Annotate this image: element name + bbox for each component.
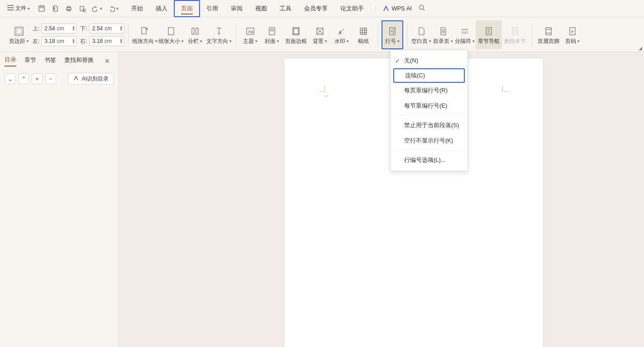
menu-right: | WPS AI bbox=[375, 4, 425, 13]
group-line-number: 1 行号▾ bbox=[378, 19, 407, 51]
tab-start[interactable]: 开始 bbox=[125, 0, 149, 17]
ai-toc-button[interactable]: AI识别目录 bbox=[68, 73, 114, 85]
group-paper: 纸张方向▾ 纸张大小▾ 分栏▾ 文字方向▾ bbox=[128, 19, 236, 51]
line-number-continuous[interactable]: 连续(C) bbox=[393, 68, 465, 83]
side-close-icon[interactable]: ✕ bbox=[105, 57, 110, 65]
group-theme: Aa 主题▾ 封面▾ 页面边框 背景▾ A 水印▾ 稿纸 bbox=[236, 19, 378, 51]
print-preview-icon[interactable] bbox=[79, 5, 86, 12]
margin-right-input[interactable]: 3.18cm ▲▼ bbox=[89, 36, 124, 46]
line-number-icon: 1 bbox=[387, 25, 397, 38]
margin-left-input[interactable]: 3.18cm ▲▼ bbox=[41, 36, 76, 46]
export-icon[interactable] bbox=[52, 5, 59, 12]
side-tabs: 目录 章节 书签 查找和替换 ✕ bbox=[5, 56, 114, 67]
hamburger-icon bbox=[7, 5, 14, 12]
ai-icon bbox=[73, 75, 79, 83]
side-tab-find[interactable]: 查找和替换 bbox=[64, 56, 94, 66]
header-footer-icon bbox=[544, 25, 553, 38]
save-icon[interactable] bbox=[38, 5, 45, 12]
margin-guide-tr bbox=[502, 86, 509, 92]
watermark-button[interactable]: A 水印▾ bbox=[331, 20, 353, 49]
cursor-mark: ↵ bbox=[325, 94, 329, 99]
svg-point-7 bbox=[83, 9, 86, 12]
redo-button[interactable]: ▾ bbox=[109, 5, 119, 12]
ribbon-collapse-icon[interactable]: ◢ bbox=[639, 46, 642, 51]
page-border-button[interactable]: 页面边框 bbox=[283, 20, 309, 49]
tab-member[interactable]: 会员专享 bbox=[298, 0, 334, 17]
svg-rect-17 bbox=[294, 29, 298, 34]
blank-page-icon bbox=[416, 25, 426, 38]
margin-top-input[interactable]: 2.54cm ▲▼ bbox=[41, 24, 76, 33]
page-number-icon: # bbox=[568, 25, 577, 38]
page-number-button[interactable]: # 页码▾ bbox=[562, 20, 583, 49]
quick-access-toolbar: ▾ ▾ bbox=[38, 5, 119, 12]
line-number-restart-section[interactable]: 每节重编行号(E) bbox=[391, 98, 467, 114]
svg-rect-0 bbox=[39, 6, 44, 11]
paper-size-button[interactable]: 纸张大小▾ bbox=[158, 20, 184, 49]
line-number-none[interactable]: 无(N) bbox=[391, 53, 467, 68]
wps-ai-button[interactable]: WPS AI bbox=[382, 5, 412, 12]
columns-button[interactable]: 分栏▾ bbox=[184, 20, 206, 49]
section-nav-button[interactable]: 章节导航 bbox=[476, 20, 502, 49]
theme-icon: Aa bbox=[245, 25, 255, 38]
text-direction-button[interactable]: 文字方向▾ bbox=[206, 20, 232, 49]
tab-review[interactable]: 审阅 bbox=[224, 0, 249, 17]
ribbon: 页边距▾ 上: 2.54cm ▲▼ 下: 2.54cm ▲▼ 左: 3. bbox=[0, 17, 644, 52]
margins-button[interactable]: 页边距▾ bbox=[8, 20, 30, 49]
blank-page-button[interactable]: 空白页▾ bbox=[410, 20, 432, 49]
document-area[interactable]: ↵ bbox=[119, 52, 644, 347]
group-margins: 页边距▾ 上: 2.54cm ▲▼ 下: 2.54cm ▲▼ 左: 3. bbox=[5, 19, 128, 51]
header-footer-button[interactable]: 页眉页脚 bbox=[535, 20, 562, 49]
separator-button[interactable]: 分隔符▾ bbox=[454, 20, 476, 49]
side-tab-chapter[interactable]: 章节 bbox=[24, 56, 36, 66]
tab-page[interactable]: 页面 bbox=[174, 0, 200, 17]
toc-page-button[interactable]: 目录页▾ bbox=[432, 20, 454, 49]
undo-button[interactable]: ▾ bbox=[92, 5, 102, 12]
svg-rect-12 bbox=[168, 28, 174, 35]
margin-bottom-label: 下: bbox=[80, 25, 87, 33]
manuscript-icon bbox=[358, 25, 368, 38]
side-tools: ⌄ ⌃ + − AI识别目录 bbox=[5, 73, 114, 85]
tab-tools[interactable]: 工具 bbox=[273, 0, 298, 17]
chevron-down-icon: ▾ bbox=[28, 6, 30, 11]
tab-thesis[interactable]: 论文助手 bbox=[334, 0, 370, 17]
line-number-options[interactable]: 行编号选项(L)... bbox=[391, 152, 467, 168]
print-icon[interactable] bbox=[65, 5, 72, 12]
file-menu-button[interactable]: 文件 ▾ bbox=[4, 3, 33, 14]
ribbon-tabs: 开始 插入 页面 引用 审阅 视图 工具 会员专享 论文助手 bbox=[125, 0, 370, 17]
side-tab-bookmark[interactable]: 书签 bbox=[44, 56, 56, 66]
orientation-button[interactable]: 纸张方向▾ bbox=[132, 20, 158, 49]
svg-rect-20 bbox=[360, 28, 367, 34]
workspace: 目录 章节 书签 查找和替换 ✕ ⌄ ⌃ + − AI识别目录 ↵ bbox=[0, 52, 644, 347]
file-menu-label: 文件 bbox=[15, 5, 26, 12]
watermark-icon: A bbox=[337, 25, 347, 38]
margin-bottom-input[interactable]: 2.54cm ▲▼ bbox=[89, 24, 124, 33]
line-number-restart-page[interactable]: 每页重编行号(R) bbox=[391, 83, 467, 98]
paper-size-icon bbox=[166, 25, 176, 38]
svg-rect-10 bbox=[16, 29, 22, 34]
cover-button[interactable]: 封面▾ bbox=[261, 20, 283, 49]
remove-button[interactable]: − bbox=[45, 73, 56, 84]
line-number-button[interactable]: 1 行号▾ bbox=[382, 20, 403, 49]
menu-bar: 文件 ▾ ▾ ▾ 开始 插入 页面 引用 审阅 视图 工具 会员专享 论文助手 … bbox=[0, 0, 644, 17]
expand-down-button[interactable]: ⌄ bbox=[5, 73, 15, 84]
svg-point-8 bbox=[419, 5, 423, 10]
margin-left-label: 左: bbox=[33, 38, 39, 45]
margins-icon bbox=[14, 25, 24, 38]
group-header-footer: 页眉页脚 # 页码▾ bbox=[532, 19, 587, 51]
manuscript-button[interactable]: 稿纸 bbox=[353, 20, 374, 49]
collapse-up-button[interactable]: ⌃ bbox=[18, 73, 29, 84]
text-direction-icon bbox=[214, 25, 224, 38]
tab-view[interactable]: 视图 bbox=[249, 0, 273, 17]
wps-ai-label: WPS AI bbox=[391, 5, 412, 12]
background-button[interactable]: 背景▾ bbox=[309, 20, 331, 49]
add-button[interactable]: + bbox=[32, 73, 43, 84]
search-icon[interactable] bbox=[418, 4, 425, 13]
line-number-skip-blank[interactable]: 空行不显示行号(K) bbox=[391, 133, 467, 148]
tab-reference[interactable]: 引用 bbox=[200, 0, 224, 17]
tab-insert[interactable]: 插入 bbox=[149, 0, 174, 17]
line-number-dropdown: 无(N) 连续(C) 每页重编行号(R) 每节重编行号(E) 禁止用于当前段落(… bbox=[390, 50, 468, 171]
line-number-suppress[interactable]: 禁止用于当前段落(S) bbox=[391, 118, 467, 133]
theme-button[interactable]: Aa 主题▾ bbox=[239, 20, 261, 49]
side-tab-toc[interactable]: 目录 bbox=[5, 56, 16, 67]
svg-text:A: A bbox=[339, 30, 342, 35]
